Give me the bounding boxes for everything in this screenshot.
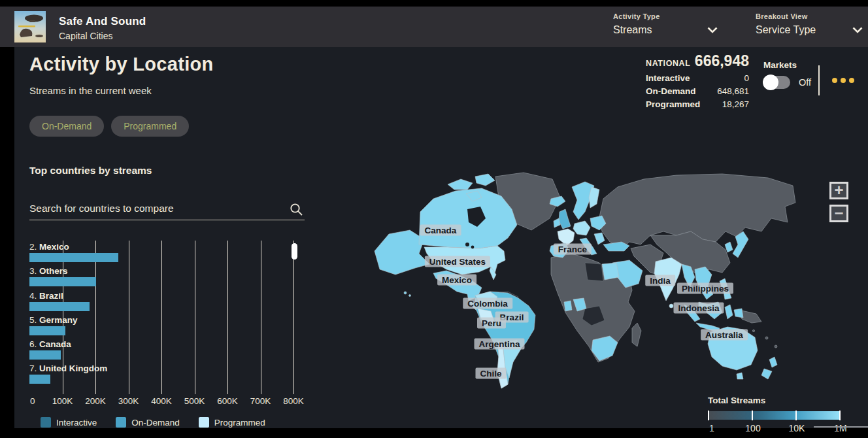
stat-value: 18,267	[722, 99, 749, 109]
axis-tick-label: 800K	[283, 396, 304, 406]
bar	[29, 253, 118, 262]
ts-tick-label: 1M	[834, 423, 846, 433]
markets-label: Markets	[763, 60, 811, 70]
filter-pills: On-Demand Programmed	[29, 116, 189, 137]
dot	[849, 78, 854, 83]
legend-label: Programmed	[214, 418, 265, 428]
map-label-india: India	[645, 275, 675, 286]
zoom-out-button[interactable]: −	[829, 205, 848, 222]
axis-tick-label: 200K	[85, 396, 106, 406]
page-title: Activity by Location	[29, 54, 214, 75]
pill-programmed[interactable]: Programmed	[111, 116, 189, 137]
axis-tick-label: 100K	[52, 396, 73, 406]
bar	[29, 326, 65, 335]
breakout-view-dropdown[interactable]: Breakout View Service Type	[756, 12, 863, 36]
axis-tick-label: 400K	[151, 396, 172, 406]
chevron-down-icon	[707, 27, 718, 33]
national-stats: NATIONAL 666,948 Interactive 0 On-Demand…	[646, 52, 749, 109]
legend-swatch	[199, 417, 209, 428]
activity-type-dropdown[interactable]: Activity Type Streams	[613, 12, 718, 36]
map-label-canada: Canada	[420, 225, 461, 236]
bar	[29, 277, 96, 286]
bar-label: 7. United Kingdom	[29, 363, 293, 373]
map-label-colombia: Colombia	[463, 298, 512, 309]
legend-swatch	[41, 417, 51, 428]
legend-item: Interactive	[41, 417, 97, 428]
axis-tick-label: 600K	[217, 396, 238, 406]
legend-item: On-Demand	[116, 417, 180, 428]
map-label-chile: Chile	[475, 368, 506, 379]
axis-tick-label: 700K	[250, 396, 271, 406]
axis-tick-label: 300K	[118, 396, 139, 406]
bar	[29, 350, 61, 360]
map-label-australia: Australia	[701, 329, 748, 341]
zoom-in-button[interactable]: +	[829, 182, 848, 199]
markets-toggle[interactable]	[763, 76, 790, 89]
map-legend-gradient	[708, 411, 841, 420]
markets-state: Off	[799, 77, 811, 88]
map-label-france: France	[554, 244, 592, 255]
ts-tick	[795, 411, 797, 420]
pill-on-demand[interactable]: On-Demand	[29, 116, 104, 137]
legend-swatch	[116, 417, 126, 428]
bar-label: 2. Mexico	[29, 241, 293, 252]
stat-value: 0	[744, 73, 749, 83]
bar-label: 6. Canada	[29, 339, 293, 349]
axis-tick-label: 500K	[184, 396, 205, 406]
map-label-indonesia: Indonesia	[673, 303, 724, 314]
legend-item: Programmed	[199, 417, 265, 428]
search-icon[interactable]	[290, 203, 303, 219]
track-info: Safe And Sound Capital Cities	[59, 15, 146, 41]
stat-value: 648,681	[717, 86, 749, 96]
stat-label: On-Demand	[646, 86, 696, 96]
ts-tick	[708, 411, 709, 420]
stat-row-interactive: Interactive 0	[646, 73, 749, 83]
main-panel: Activity by Location Streams in the curr…	[14, 47, 868, 428]
ts-tick-label: 100	[745, 423, 760, 433]
gridline	[293, 241, 294, 394]
map-zoom-controls: + −	[829, 182, 848, 227]
bar-row: 5. Germany	[29, 314, 293, 339]
divider	[818, 65, 820, 95]
dashboard: { "header": { "track_title": "Safe And S…	[0, 0, 868, 438]
stats-scope-label: NATIONAL	[646, 59, 690, 68]
ts-tick-label: 1	[709, 423, 714, 433]
country-search	[29, 199, 305, 220]
bar	[29, 375, 50, 384]
search-input[interactable]	[29, 199, 284, 218]
activity-type-value: Streams	[613, 24, 652, 36]
toggle-knob	[763, 75, 778, 90]
chart-legend: InteractiveOn-DemandProgrammed	[41, 417, 265, 428]
map-legend-ticks: 110010K1M	[708, 423, 841, 433]
bar-row: 7. United Kingdom	[29, 363, 293, 387]
world-map[interactable]: CanadaUnited StatesMexicoFranceColombiaB…	[369, 171, 827, 394]
horizontal-scrollbar[interactable]	[814, 426, 868, 428]
overflow-menu-icon[interactable]	[832, 78, 854, 83]
map-label-mexico: Mexico	[437, 275, 476, 286]
album-art-image	[14, 11, 46, 42]
page-subtitle: Streams in the current week	[29, 85, 152, 96]
stat-row-on-demand: On-Demand 648,681	[646, 86, 749, 96]
album-art	[14, 11, 46, 42]
top-countries-bar-chart: 2. Mexico3. Others4. Brazil5. Germany6. …	[29, 241, 317, 394]
markets-control: Markets Off	[763, 60, 811, 89]
dot	[841, 78, 846, 83]
stat-label: Programmed	[646, 99, 700, 109]
legend-label: On-Demand	[131, 418, 180, 428]
chart-vertical-scrollbar[interactable]	[292, 243, 297, 260]
chevron-down-icon	[852, 27, 863, 33]
bar-row: 6. Canada	[29, 339, 293, 363]
map-legend-title: Total Streams	[708, 396, 858, 405]
bar-label: 5. Germany	[29, 314, 293, 325]
chart-section-title: Top countries by streams	[29, 165, 152, 177]
bar-row: 3. Others	[29, 265, 293, 290]
breakout-view-label: Breakout View	[756, 12, 863, 20]
map-color-legend: Total Streams 110010K1M	[708, 396, 858, 433]
legend-label: Interactive	[56, 418, 97, 428]
map-label-united-states: United States	[425, 256, 490, 267]
stat-row-programmed: Programmed 18,267	[646, 99, 749, 109]
app-header: Safe And Sound Capital Cities Activity T…	[0, 7, 868, 47]
ts-tick	[839, 411, 841, 420]
stat-label: Interactive	[646, 73, 690, 83]
ts-tick	[752, 411, 753, 420]
